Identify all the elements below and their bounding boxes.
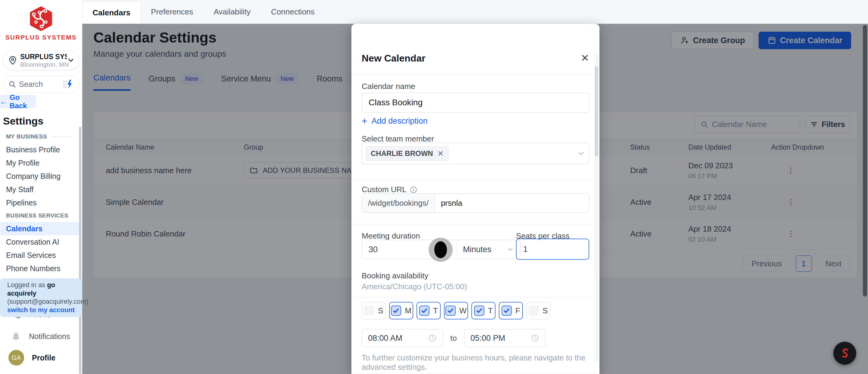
brand-logo-text: SURPLUS SYSTEMS (0, 34, 82, 41)
bell-icon (11, 331, 21, 341)
team-member-select[interactable]: CHARLIE BROWN ✕ (362, 143, 589, 164)
plus-icon: + (362, 116, 367, 127)
sidebar-search[interactable]: Search (3, 76, 79, 93)
settings-heading: Settings (3, 115, 43, 127)
top-tab-availability[interactable]: Availability (204, 0, 261, 24)
sidebar-item-my-staff[interactable]: My Staff (0, 183, 79, 196)
search-icon (8, 80, 16, 88)
location-pin-icon (7, 55, 18, 65)
brand-logo: SURPLUS SYSTEMS (0, 0, 82, 41)
clock-icon (531, 334, 539, 342)
new-calendar-modal: New Calendar ✕ Calendar name Class Booki… (351, 24, 599, 374)
sidebar: SURPLUS SYSTEMS SURPLUS SYSTEM... Bloomi… (0, 0, 82, 374)
end-time-input[interactable]: 05:00 PM (464, 329, 546, 347)
cursor-dot (434, 241, 447, 258)
info-icon (410, 186, 417, 194)
checkbox (445, 306, 456, 316)
sidebar-item-pipelines[interactable]: Pipelines (0, 196, 79, 209)
org-location: Bloomington, MN (20, 61, 67, 68)
sidebar-item-calendars[interactable]: Calendars (0, 222, 79, 235)
hours-range: 08:00 AM to 05:00 PM (362, 329, 546, 347)
remove-member-icon[interactable]: ✕ (437, 149, 444, 159)
day-checkbox-saturday[interactable]: S (526, 302, 550, 319)
top-tab-bar: Calendars Preferences Availability Conne… (82, 0, 868, 24)
day-checkbox-tuesday[interactable]: T (416, 302, 441, 319)
url-prefix: /widget/bookings/ (362, 194, 435, 212)
location-switcher[interactable]: SURPLUS SYSTEM... Bloomington, MN (3, 51, 79, 70)
sidebar-item-my-profile[interactable]: My Profile (0, 156, 79, 170)
seats-per-class-input[interactable]: 1 (516, 238, 589, 260)
nav-section-business-services: BUSINESS SERVICES (0, 209, 79, 222)
modal-title: New Calendar (362, 53, 589, 64)
day-checkbox-sunday[interactable]: S (362, 302, 386, 319)
chevron-down-icon (577, 149, 585, 158)
go-back-button[interactable]: ← Go Back (0, 95, 36, 108)
team-member-chip: CHARLIE BROWN ✕ (366, 146, 449, 161)
day-checkbox-wednesday[interactable]: W (444, 302, 468, 319)
sidebar-item-business-profile[interactable]: Business Profile (0, 143, 79, 156)
chevron-down-icon (67, 56, 75, 64)
sidebar-item-email-services[interactable]: Email Services (0, 249, 79, 262)
clock-icon (428, 334, 437, 342)
advanced-settings-note: To further customize your business hours… (362, 353, 599, 372)
add-description-link[interactable]: + Add description (362, 116, 428, 127)
chat-brand-s-icon (838, 346, 852, 360)
modal-scrollbar-thumb[interactable] (595, 66, 598, 156)
start-time-input[interactable]: 08:00 AM (362, 329, 443, 347)
checkbox (529, 306, 539, 316)
chevron-down-icon (506, 246, 514, 253)
app-root: SURPLUS SYSTEMS SURPLUS SYSTEM... Bloomi… (0, 0, 868, 374)
to-label: to (450, 334, 457, 343)
surplus-systems-logo-icon (28, 5, 54, 32)
top-tab-calendars[interactable]: Calendars (82, 2, 141, 24)
sidebar-scrollbar[interactable] (79, 127, 82, 374)
sidebar-item-company-billing[interactable]: Company Billing (0, 170, 79, 183)
checkbox (474, 306, 484, 316)
custom-url-input[interactable]: /widget/bookings/ prsnla (362, 193, 589, 213)
arrow-left-icon: ← (0, 97, 7, 106)
sidebar-item-phone-numbers[interactable]: Phone Numbers (0, 262, 79, 275)
calendar-name-input[interactable]: Class Booking (362, 93, 589, 113)
settings-nav: MY BUSINESS Business Profile My Profile … (0, 130, 79, 288)
team-member-label: Select team member (362, 134, 589, 144)
close-icon[interactable]: ✕ (581, 53, 590, 63)
checkbox (419, 306, 430, 316)
impersonation-email: (support@goacquirely.com) (7, 298, 88, 305)
avatar: GA (8, 350, 24, 366)
weekday-selector: S M T W T F S (362, 302, 550, 319)
nav-section-my-business: MY BUSINESS (0, 130, 79, 143)
checkbox (501, 306, 512, 316)
top-tab-preferences[interactable]: Preferences (141, 0, 204, 24)
timezone-text: America/Chicago (UTC-05:00) (362, 282, 589, 291)
quick-actions-bolt-icon[interactable] (62, 79, 74, 89)
click-indicator (429, 238, 453, 262)
duration-unit-select[interactable]: Minutes (457, 240, 520, 259)
url-slug-value: prsnla (435, 194, 468, 212)
top-tab-connections[interactable]: Connections (261, 0, 325, 24)
sidebar-item-conversation-ai[interactable]: Conversation AI (0, 235, 79, 249)
switch-account-link[interactable]: switch to my account (7, 306, 75, 314)
checkbox (364, 306, 374, 316)
day-checkbox-friday[interactable]: F (499, 302, 523, 319)
calendar-name-label: Calendar name (362, 82, 589, 91)
day-checkbox-monday[interactable]: M (389, 302, 413, 319)
custom-url-label: Custom URL (362, 185, 589, 194)
day-checkbox-thursday[interactable]: T (471, 302, 495, 319)
booking-availability-label: Booking availability (362, 271, 589, 281)
chat-widget-button[interactable] (833, 342, 856, 365)
sidebar-item-profile[interactable]: GA Profile (0, 349, 79, 366)
checkbox (391, 306, 401, 316)
search-placeholder: Search (19, 80, 62, 89)
org-name: SURPLUS SYSTEM... (20, 53, 67, 61)
sidebar-item-notifications[interactable]: Notifications (0, 328, 79, 345)
impersonation-banner: Logged in as go acquirely (support@goacq… (0, 278, 82, 317)
